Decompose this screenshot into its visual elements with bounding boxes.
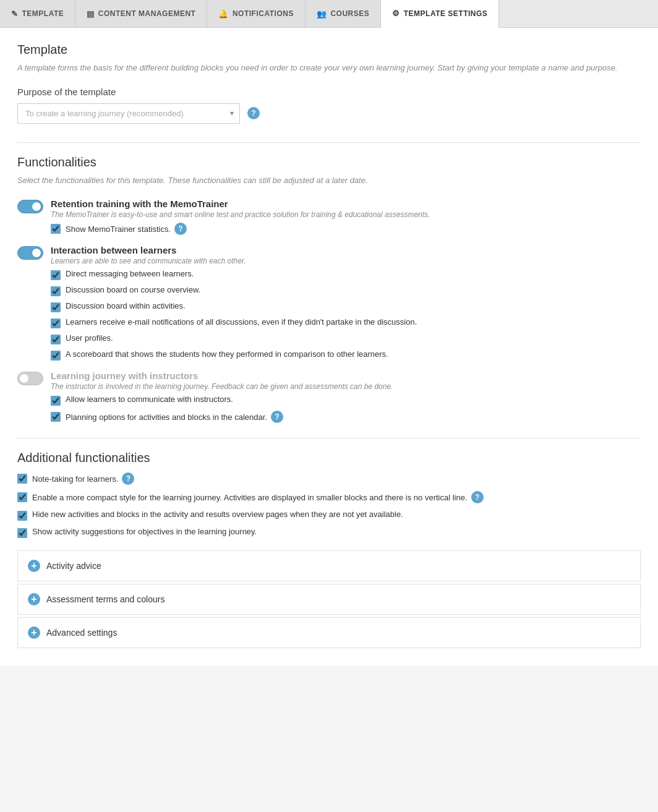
tab-navigation: ✎ TEMPLATE ▤ CONTENT MANAGEMENT 🔔 NOTIFI… [0,0,658,28]
page-description: A template forms the basis for the diffe… [17,62,641,74]
advanced-settings-plus-icon: + [28,626,40,639]
email-notifications-label: Learners receive e-mail notifications of… [66,317,417,327]
retention-checkboxes: Show MemoTrainer statistics. ? [17,223,641,235]
advanced-settings-header[interactable]: + Advanced settings [18,618,640,647]
list-item: Allow learners to communicate with instr… [51,395,641,406]
interaction-toggle[interactable] [17,246,43,260]
note-taking-help-icon[interactable]: ? [122,472,134,485]
compact-style-help-icon[interactable]: ? [471,491,484,503]
additional-checkboxes: Note-taking for learners. ? Enable a mor… [17,472,641,538]
scoreboard-label: A scoreboard that shows the students how… [66,349,388,359]
user-profiles-label: User profiles. [66,333,113,343]
list-item: A scoreboard that shows the students how… [51,349,641,361]
retention-info: Retention training with the MemoTrainer … [51,199,430,219]
functionalities-desc: Select the functionalities for this temp… [17,174,641,187]
activity-advice-plus-icon: + [28,560,40,572]
note-taking-checkbox[interactable] [17,474,27,484]
learning-journey-toggle-row: Learning journey with instructors The in… [17,370,641,391]
discussion-course-checkbox[interactable] [51,286,61,296]
retention-toggle[interactable] [17,200,43,213]
assessment-terms-title: Assessment terms and colours [46,594,164,604]
discussion-activities-label: Discussion board within activities. [66,301,186,310]
purpose-row: To create a learning journey (recommende… [17,103,641,124]
hide-activities-label: Hide new activities and blocks in the ac… [32,510,403,519]
user-profiles-checkbox[interactable] [51,335,61,344]
list-item: User profiles. [51,333,641,344]
list-item: Discussion board on course overview. [51,285,641,296]
memo-stats-help-icon[interactable]: ? [174,223,187,235]
functionalities-section: Functionalities Select the functionaliti… [17,155,641,424]
list-item: Show activity suggestions for objectives… [17,527,641,538]
tab-courses[interactable]: 👥 COURSES [306,0,381,27]
learning-journey-desc: The instructor is involved in the learni… [51,382,393,391]
list-item: Discussion board within activities. [51,301,641,312]
purpose-label: Purpose of the template [17,87,641,97]
advanced-settings-title: Advanced settings [46,628,117,638]
list-item: Hide new activities and blocks in the ac… [17,510,641,521]
email-notifications-checkbox[interactable] [51,318,61,328]
activity-suggestions-label: Show activity suggestions for objectives… [32,527,257,536]
tab-template-settings[interactable]: ⚙ TEMPLATE SETTINGS [381,0,499,28]
note-taking-label: Note-taking for learners. [32,474,118,484]
planning-options-checkbox[interactable] [51,412,61,422]
discussion-activities-checkbox[interactable] [51,302,61,312]
interaction-info: Interaction between learners Learners ar… [51,245,246,265]
page-title: Template [17,43,641,57]
learning-journey-toggle[interactable] [17,372,43,385]
assessment-terms-plus-icon: + [28,593,40,605]
planning-help-icon[interactable]: ? [271,411,283,423]
retention-toggle-row: Retention training with the MemoTrainer … [17,199,641,219]
learning-journey-title: Learning journey with instructors [51,370,393,381]
show-memo-stats-checkbox[interactable] [51,224,61,234]
learning-journey-toggle-group: Learning journey with instructors The in… [17,370,641,423]
divider-1 [17,142,641,143]
activity-advice-header[interactable]: + Activity advice [18,551,640,581]
tab-template[interactable]: ✎ TEMPLATE [0,0,75,27]
scoreboard-checkbox[interactable] [51,351,61,361]
notifications-icon: 🔔 [218,9,229,19]
list-item: Direct messaging between learners. [51,269,641,280]
interaction-title: Interaction between learners [51,245,246,255]
discussion-course-label: Discussion board on course overview. [66,285,200,294]
show-memo-stats-label: Show MemoTrainer statistics. [66,224,171,234]
content-management-icon: ▤ [87,9,95,19]
communicate-instructors-checkbox[interactable] [51,396,61,406]
list-item: Show MemoTrainer statistics. ? [51,223,641,235]
retention-title: Retention training with the MemoTrainer [51,199,430,209]
additional-functionalities-section: Additional functionalities Note-taking f… [17,451,641,538]
advanced-settings-collapsible: + Advanced settings [17,617,641,648]
interaction-checkboxes: Direct messaging between learners. Discu… [17,269,641,361]
interaction-desc: Learners are able to see and communicate… [51,257,246,265]
retention-desc: The MemoTrainer is easy-to-use and smart… [51,210,430,219]
list-item: Enable a more compact style for the lear… [17,491,641,503]
assessment-terms-header[interactable]: + Assessment terms and colours [18,584,640,614]
learning-journey-info: Learning journey with instructors The in… [51,370,393,391]
retention-toggle-group: Retention training with the MemoTrainer … [17,199,641,235]
purpose-select-wrapper: To create a learning journey (recommende… [17,103,240,124]
list-item: Note-taking for learners. ? [17,472,641,485]
compact-style-label: Enable a more compact style for the lear… [32,493,468,502]
assessment-terms-collapsible: + Assessment terms and colours [17,584,641,615]
list-item: Learners receive e-mail notifications of… [51,317,641,328]
template-icon: ✎ [11,9,19,19]
divider-2 [17,438,641,438]
direct-messaging-label: Direct messaging between learners. [66,269,194,278]
courses-icon: 👥 [317,9,327,19]
main-content: Template A template forms the basis for … [0,28,658,665]
tab-notifications[interactable]: 🔔 NOTIFICATIONS [207,0,305,27]
purpose-select[interactable]: To create a learning journey (recommende… [17,103,240,124]
planning-options-label: Planning options for activities and bloc… [66,412,267,422]
list-item: Planning options for activities and bloc… [51,411,641,423]
activity-advice-collapsible: + Activity advice [17,550,641,581]
interaction-toggle-group: Interaction between learners Learners ar… [17,245,641,361]
direct-messaging-checkbox[interactable] [51,270,61,280]
collapsible-sections: + Activity advice + Assessment terms and… [17,550,641,648]
tab-content-management[interactable]: ▤ CONTENT MANAGEMENT [75,0,207,27]
activity-suggestions-checkbox[interactable] [17,528,27,538]
compact-style-checkbox[interactable] [17,492,27,502]
functionalities-title: Functionalities [17,155,641,169]
purpose-help-icon[interactable]: ? [247,107,260,119]
additional-title: Additional functionalities [17,451,641,465]
hide-activities-checkbox[interactable] [17,511,27,521]
learning-journey-checkboxes: Allow learners to communicate with instr… [17,395,641,423]
